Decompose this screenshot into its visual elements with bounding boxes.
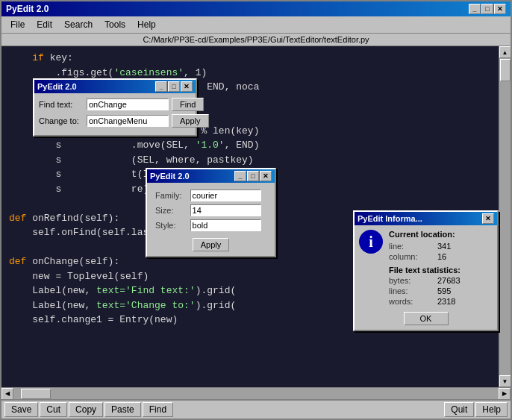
scroll-track-horizontal[interactable] [13, 388, 499, 399]
line-row: line: 341 [389, 242, 461, 251]
scroll-thumb-vertical[interactable] [500, 59, 511, 81]
words-value: 2318 [437, 297, 455, 306]
maximize-button[interactable]: □ [481, 4, 493, 14]
title-bar: PyEdit 2.0 _ □ ✕ [1, 1, 511, 16]
cut-button[interactable]: Cut [40, 402, 67, 417]
font-dialog-close[interactable]: ✕ [260, 171, 272, 181]
scroll-up-button[interactable]: ▲ [499, 46, 511, 58]
menu-bar: File Edit Search Tools Help [1, 16, 511, 34]
file-path: C:/Mark/PP3E-cd/Examples/PP3E/Gui/TextEd… [143, 35, 369, 44]
menu-edit[interactable]: Edit [31, 18, 58, 31]
font-dialog-body: Family: Size: Style: Apply [147, 183, 275, 256]
change-to-input[interactable] [87, 115, 169, 127]
scroll-bar-vertical[interactable]: ▲ ▼ [499, 46, 511, 387]
quit-button[interactable]: Quit [444, 402, 474, 417]
bytes-label: bytes: [389, 276, 430, 285]
scroll-track-vertical[interactable] [499, 58, 511, 375]
close-button[interactable]: ✕ [494, 4, 506, 14]
toolbar-left: Save Cut Copy Paste Find [4, 402, 173, 417]
words-label: words: [389, 297, 430, 306]
bottom-toolbar: Save Cut Copy Paste Find Quit Help [1, 399, 511, 419]
font-style-row: Style: [153, 219, 269, 232]
menu-file[interactable]: File [4, 18, 31, 31]
find-dialog-body: Find text: Find Change to: Apply [34, 93, 196, 135]
column-value: 16 [437, 252, 446, 261]
font-dialog-maximize[interactable]: □ [247, 171, 259, 181]
find-btn[interactable]: Find [172, 98, 204, 111]
apply-btn[interactable]: Apply [172, 114, 209, 128]
find-replace-dialog: PyEdit 2.0 _ □ ✕ Find text: Find Change … [33, 78, 197, 137]
file-stats-label: File text statistics: [389, 266, 461, 275]
main-window: PyEdit 2.0 _ □ ✕ File Edit Search Tools … [0, 0, 512, 420]
find-dialog-close[interactable]: ✕ [181, 81, 193, 92]
scroll-thumb-horizontal[interactable] [21, 389, 51, 399]
column-row: column: 16 [389, 252, 461, 261]
font-dialog-title: PyEdit 2.0 [150, 172, 190, 181]
find-dialog-title-bar: PyEdit 2.0 _ □ ✕ [34, 80, 196, 93]
menu-tools[interactable]: Tools [99, 18, 131, 31]
info-dialog: PyEdit Informa... ✕ i Current location: … [353, 210, 499, 331]
scroll-left-button[interactable]: ◀ [1, 388, 13, 400]
minimize-button[interactable]: _ [469, 4, 481, 14]
font-family-row: Family: [153, 189, 269, 202]
font-dialog-title-bar: PyEdit 2.0 _ □ ✕ [147, 169, 275, 183]
font-dialog-minimize[interactable]: _ [234, 171, 246, 181]
find-dialog-title: PyEdit 2.0 [37, 82, 77, 91]
find-dialog-minimize[interactable]: _ [155, 81, 167, 92]
current-location-label: Current location: [389, 230, 461, 239]
lines-row: lines: 595 [389, 286, 461, 295]
find-button[interactable]: Find [143, 402, 173, 417]
ok-btn-row: OK [359, 312, 493, 325]
font-size-input[interactable] [190, 204, 261, 216]
lines-value: 595 [437, 286, 451, 295]
find-dialog-maximize[interactable]: □ [168, 81, 180, 92]
font-style-label: Style: [153, 219, 187, 232]
bytes-value: 27683 [437, 276, 461, 285]
window-title: PyEdit 2.0 [6, 4, 49, 14]
find-dialog-controls: _ □ ✕ [155, 81, 193, 92]
menu-search[interactable]: Search [58, 18, 99, 31]
scroll-right-button[interactable]: ▶ [499, 388, 511, 400]
font-dialog: PyEdit 2.0 _ □ ✕ Family: Size: Style: [146, 168, 276, 257]
info-dialog-body: i Current location: line: 341 column: 16… [355, 225, 497, 330]
info-dialog-title: PyEdit Informa... [358, 214, 422, 223]
info-content: Current location: line: 341 column: 16 F… [389, 230, 461, 307]
font-style-input[interactable] [190, 219, 261, 231]
copy-button[interactable]: Copy [69, 402, 103, 417]
font-table: Family: Size: Style: [152, 187, 270, 233]
menu-help[interactable]: Help [131, 18, 162, 31]
change-to-row: Change to: Apply [39, 114, 191, 128]
toolbar-right: Quit Help [444, 402, 508, 417]
find-text-row: Find text: Find [39, 98, 191, 111]
bytes-row: bytes: 27683 [389, 276, 461, 285]
find-text-label: Find text: [39, 100, 84, 109]
font-apply-btn[interactable]: Apply [193, 238, 230, 251]
save-button[interactable]: Save [4, 402, 38, 417]
scroll-bar-horizontal[interactable]: ◀ ▶ [1, 387, 511, 399]
line-value: 341 [437, 242, 451, 251]
font-size-label: Size: [153, 204, 187, 217]
font-size-row: Size: [153, 204, 269, 217]
scroll-down-button[interactable]: ▼ [499, 375, 511, 387]
window-controls: _ □ ✕ [469, 4, 506, 14]
help-button[interactable]: Help [475, 402, 508, 417]
path-bar: C:/Mark/PP3E-cd/Examples/PP3E/Gui/TextEd… [1, 34, 511, 46]
font-family-input[interactable] [190, 189, 261, 201]
words-row: words: 2318 [389, 297, 461, 306]
font-family-label: Family: [153, 189, 187, 202]
font-dialog-controls: _ □ ✕ [234, 171, 272, 181]
column-label: column: [389, 252, 430, 261]
info-dialog-title-bar: PyEdit Informa... ✕ [355, 212, 497, 225]
lines-label: lines: [389, 286, 430, 295]
info-icon: i [359, 230, 383, 254]
change-to-label: Change to: [39, 116, 84, 125]
paste-button[interactable]: Paste [104, 402, 141, 417]
info-dialog-close[interactable]: ✕ [482, 213, 494, 224]
line-label: line: [389, 242, 430, 251]
find-text-input[interactable] [87, 98, 169, 110]
ok-button[interactable]: OK [404, 312, 449, 325]
